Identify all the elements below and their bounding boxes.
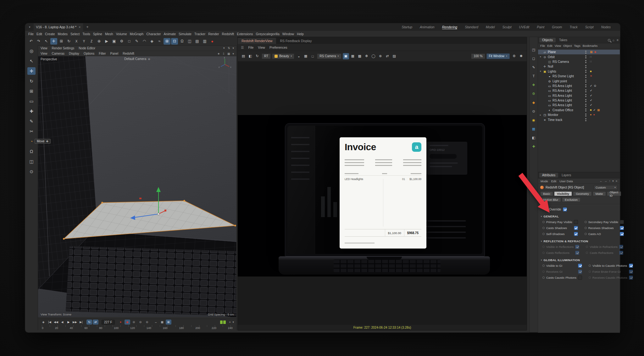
toolbar-button[interactable]: ⚙ bbox=[118, 38, 125, 45]
object-tag-icon[interactable]: ▦ bbox=[597, 109, 600, 112]
menu-item[interactable]: Animate bbox=[164, 32, 176, 36]
object-tag-icon[interactable]: ⊙ bbox=[594, 85, 597, 87]
menu-item[interactable]: Tracker bbox=[194, 32, 205, 36]
toolbar-button[interactable]: ▶ bbox=[103, 38, 110, 45]
rv-toolbar-icon[interactable]: ✱ bbox=[518, 53, 524, 59]
om-menu-item[interactable]: Bookmarks bbox=[583, 44, 598, 47]
palette-icon[interactable]: ⚙ bbox=[530, 91, 537, 96]
toolbar-button[interactable]: ◠ bbox=[141, 38, 148, 45]
toolbar-button[interactable]: ↶ bbox=[28, 38, 35, 45]
transport-button[interactable]: ◀◀ bbox=[53, 320, 59, 325]
rv-toolbar-icon[interactable]: ▣ bbox=[343, 53, 349, 59]
vp-submenu-item[interactable]: Panel bbox=[110, 52, 119, 55]
tool-icon[interactable]: ⊞ bbox=[27, 87, 36, 95]
menu-item[interactable]: Extensions bbox=[237, 32, 253, 36]
layout-tab[interactable]: Track bbox=[569, 25, 577, 29]
search-icon[interactable] bbox=[608, 39, 610, 41]
checkbox[interactable] bbox=[575, 251, 579, 255]
add-tab-button[interactable]: + bbox=[86, 25, 88, 29]
tree-row[interactable]: ✛ Null bbox=[538, 64, 620, 69]
checkbox[interactable] bbox=[629, 270, 633, 274]
attribute-toggle-row[interactable]: Force Brute-Force GI bbox=[585, 269, 636, 275]
toolbar-button[interactable]: ✛ bbox=[50, 38, 57, 45]
vp-menu-icon[interactable]: ▾ bbox=[232, 47, 234, 50]
vp-submenu-item[interactable]: Filter bbox=[99, 52, 106, 55]
toolbar-button[interactable]: ↻ bbox=[65, 38, 72, 45]
fit-window-dropdown[interactable]: Fit Window ▾ bbox=[486, 53, 510, 59]
toolbar-button[interactable]: ▤ bbox=[194, 38, 201, 45]
menu-item[interactable]: Window bbox=[282, 32, 294, 36]
transport-button[interactable]: ◀ bbox=[59, 320, 65, 325]
tree-row[interactable]: ▭ RS Area Light ✓ bbox=[538, 88, 620, 93]
vp-menu-node-editor[interactable]: Node Editor bbox=[79, 47, 95, 50]
toolbar-button[interactable]: ⊕ bbox=[96, 38, 103, 45]
object-tag-icon[interactable]: ■ bbox=[590, 109, 591, 112]
toolbar-button[interactable]: ⊡ bbox=[171, 38, 178, 45]
attribute-toggle-row[interactable]: Casts Reflections bbox=[539, 250, 582, 256]
timeline-menu-icon[interactable]: ▾ bbox=[232, 320, 234, 324]
tree-row[interactable]: ◐ Creative Office ■ ✓ ▦ bbox=[538, 108, 620, 112]
palette-icon[interactable]: ▦ bbox=[530, 126, 537, 131]
expand-arrow-icon[interactable]: ▸ bbox=[540, 114, 543, 116]
menu-item[interactable]: Character bbox=[146, 32, 161, 36]
vp-menu-icon[interactable]: ▦ bbox=[227, 52, 230, 55]
anim-dot-icon[interactable] bbox=[586, 246, 588, 248]
palette-icon[interactable]: T bbox=[530, 74, 537, 79]
vp-submenu-item[interactable]: Display bbox=[69, 52, 79, 55]
close-tab-icon[interactable]: × bbox=[79, 25, 80, 29]
rv-toolbar-icon[interactable]: ◧ bbox=[247, 53, 253, 59]
record-button[interactable]: ● bbox=[118, 320, 124, 325]
tool-icon[interactable]: ✚ bbox=[27, 107, 36, 115]
attribute-tab[interactable]: Layers bbox=[559, 173, 574, 178]
object-tag-icon[interactable]: ∷ bbox=[590, 56, 592, 58]
rv-toolbar-icon[interactable]: ▩ bbox=[357, 53, 363, 59]
om-menu-item[interactable]: File bbox=[540, 44, 545, 47]
object-tag-icon[interactable]: ∷ bbox=[590, 60, 592, 63]
tool-icon[interactable]: ✛ bbox=[27, 67, 36, 75]
menu-item[interactable]: Spline bbox=[93, 32, 102, 36]
anim-dot-icon[interactable] bbox=[542, 233, 545, 235]
toolbar-button[interactable]: □ bbox=[126, 38, 133, 45]
object-tag-icon[interactable]: ✓ bbox=[590, 94, 592, 97]
palette-icon[interactable]: ◧ bbox=[530, 135, 537, 140]
layout-tab[interactable]: Rendering bbox=[442, 25, 457, 29]
checkbox[interactable] bbox=[574, 220, 578, 224]
expand-arrow-icon[interactable]: ▾ bbox=[540, 70, 543, 73]
om-menu-item[interactable]: Object bbox=[563, 44, 572, 47]
attr-menu-icon[interactable]: ↑ bbox=[609, 179, 611, 183]
tool-icon[interactable]: ↻ bbox=[27, 77, 36, 85]
layout-tab[interactable]: Paint bbox=[537, 25, 544, 29]
attribute-toggle-row[interactable]: Casts AO bbox=[581, 231, 627, 237]
tool-icon[interactable]: ▭ bbox=[27, 97, 36, 105]
visibility-dots[interactable] bbox=[585, 113, 586, 117]
menu-item[interactable]: Modes bbox=[58, 32, 68, 36]
rv-toolbar-icon[interactable]: ▦ bbox=[350, 53, 356, 59]
visibility-dots[interactable] bbox=[585, 60, 586, 63]
attribute-toggle-row[interactable]: Visible in Refractions bbox=[582, 244, 626, 250]
layout-tab[interactable]: Groom bbox=[552, 25, 562, 29]
attribute-toggle-row[interactable]: Receives GI bbox=[539, 269, 585, 275]
frame-field[interactable]: 227 F bbox=[102, 320, 115, 325]
anim-dot-icon[interactable] bbox=[585, 221, 587, 223]
attribute-toggle-row[interactable]: Receives Shadows bbox=[581, 225, 627, 231]
timeline-ruler[interactable]: 020406080100120140160180200220240 bbox=[42, 325, 233, 331]
anim-dot-icon[interactable] bbox=[589, 271, 591, 273]
attribute-toggle-row[interactable]: Casts Shadows bbox=[539, 225, 581, 231]
object-tag-icon[interactable]: ● bbox=[593, 113, 595, 116]
timeline-toggle[interactable]: ⇄ bbox=[93, 320, 98, 325]
vp-menu-icon[interactable]: ★ bbox=[217, 52, 220, 55]
anim-dot-icon[interactable] bbox=[586, 252, 588, 254]
attribute-page-button[interactable]: Matte bbox=[593, 191, 606, 196]
rv-menu-view[interactable]: View bbox=[258, 46, 265, 49]
current-frame-marker[interactable] bbox=[220, 320, 226, 324]
transport-button[interactable]: ▶▶ bbox=[72, 320, 78, 325]
rv-toolbar-icon[interactable]: ▤ bbox=[240, 53, 247, 59]
object-tag-icon[interactable]: ▦ bbox=[590, 51, 593, 53]
rv-toolbar-icon[interactable]: ▨ bbox=[391, 53, 397, 59]
layout-tab[interactable]: Script bbox=[585, 25, 594, 29]
object-tag-icon[interactable]: ✓ bbox=[590, 85, 592, 87]
layout-tab[interactable]: Animation bbox=[420, 25, 435, 29]
attribute-toggle-row[interactable]: Casts Refractions bbox=[582, 250, 626, 256]
anim-dot-icon[interactable] bbox=[542, 227, 545, 229]
rv-toolbar-icon[interactable]: ↻ bbox=[254, 53, 260, 59]
